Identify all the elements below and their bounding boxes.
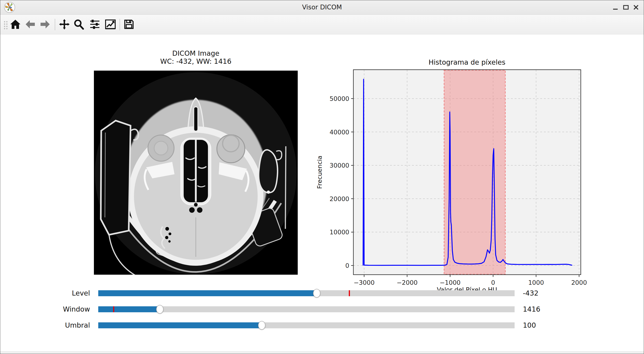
window-slider-init-marker (113, 306, 114, 312)
umbral-slider-label: Umbral (40, 321, 90, 330)
window-range-band (444, 70, 505, 274)
histogram-curve (363, 79, 572, 265)
y-tick-label: 0 (345, 262, 349, 269)
level-slider[interactable] (98, 290, 514, 296)
level-slider-value: -432 (523, 289, 582, 298)
close-button[interactable] (632, 4, 640, 11)
histogram-plot-area[interactable] (354, 70, 581, 275)
back-button[interactable] (24, 18, 37, 31)
dicom-image[interactable] (94, 71, 298, 275)
x-tick-label: −3000 (354, 279, 374, 286)
umbral-slider[interactable] (98, 322, 514, 328)
x-tick-label: −2000 (397, 279, 418, 286)
umbral-slider-fill (98, 322, 262, 328)
home-button[interactable] (9, 18, 22, 31)
level-slider-handle[interactable] (313, 289, 320, 298)
window-slider-value: 1416 (523, 305, 582, 314)
dicom-title-line1: DICOM Image (94, 49, 298, 57)
save-button[interactable] (122, 18, 135, 31)
pan-button[interactable] (58, 18, 71, 31)
line-chart-icon (105, 19, 116, 30)
window-slider-label: Window (40, 305, 90, 314)
y-tick-label: 50000 (330, 95, 349, 102)
level-slider-init-marker (349, 290, 350, 296)
forward-arrow-icon (40, 19, 50, 30)
window-slider[interactable] (98, 306, 514, 312)
home-icon (10, 19, 21, 30)
level-slider-row: Level -432 (0, 289, 644, 298)
dicom-title: DICOM Image WC: -432, WW: 1416 (94, 49, 298, 65)
forward-button[interactable] (39, 18, 52, 31)
umbral-slider-row: Umbral 100 (0, 321, 644, 330)
level-slider-label: Level (40, 289, 90, 298)
level-slider-fill (98, 290, 317, 296)
umbral-slider-value: 100 (523, 321, 582, 330)
window-bottom-edge (0, 351, 644, 354)
pan-icon (59, 19, 70, 30)
floppy-disk-icon (124, 19, 134, 30)
x-tick-label: 0 (491, 279, 495, 286)
histogram-title: Histograma de píxeles (428, 58, 506, 66)
y-tick-label: 10000 (330, 229, 349, 236)
subplots-button[interactable] (88, 18, 101, 31)
window-title: Visor DICOM (0, 4, 644, 11)
y-tick-label: 30000 (330, 162, 349, 169)
zoom-button[interactable] (72, 18, 85, 31)
magnifier-icon (73, 19, 84, 30)
app-window: Visor DICOM (0, 0, 644, 354)
ct-axial-slice (94, 71, 298, 275)
toolbar-grip[interactable] (4, 21, 8, 30)
toolbar (0, 15, 644, 34)
customize-button[interactable] (104, 18, 117, 31)
minimize-button[interactable] (612, 4, 619, 11)
x-tick-label: 2000 (571, 279, 587, 286)
y-tick-label: 40000 (330, 129, 349, 136)
sliders-icon (89, 19, 100, 30)
y-tick-label: 20000 (330, 195, 349, 203)
x-tick-label: −1000 (440, 279, 460, 286)
histogram-ylabel: Frecuencia (316, 155, 323, 189)
window-slider-handle[interactable] (156, 305, 164, 314)
window-slider-row: Window 1416 (0, 305, 644, 314)
back-arrow-icon (25, 19, 36, 30)
maximize-button[interactable] (622, 4, 630, 11)
title-bar: Visor DICOM (0, 0, 644, 15)
dicom-title-line2: WC: -432, WW: 1416 (94, 57, 298, 65)
x-tick-label: 1000 (528, 279, 544, 286)
window-slider-fill (98, 306, 160, 312)
umbral-slider-handle[interactable] (258, 321, 266, 330)
